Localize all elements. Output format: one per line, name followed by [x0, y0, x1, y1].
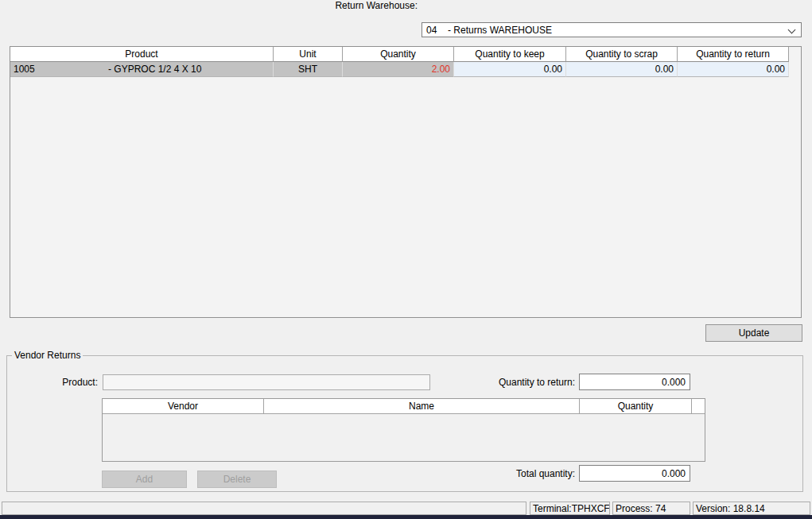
col-header-quantity-to-return[interactable]: Quantity to return — [678, 47, 789, 62]
status-bar: Terminal:TPHXCF Process: 74 Version: 18.… — [0, 501, 812, 516]
status-panel-empty — [2, 502, 526, 515]
vendor-table: Vendor Name Quantity — [102, 398, 705, 462]
col-header-quantity-to-scrap[interactable]: Quantity to scrap — [566, 47, 678, 62]
col-header-vendor-quantity[interactable]: Quantity — [580, 399, 692, 413]
status-version: Version: 18.8.14 — [693, 502, 810, 515]
return-warehouse-label: Return Warehouse: — [0, 0, 418, 11]
quantity-to-return-label: Quantity to return: — [453, 377, 575, 388]
product-description: - GYPROC 1/2 4 X 10 — [108, 64, 201, 75]
total-quantity-label: Total quantity: — [453, 468, 575, 479]
cell-quantity-to-scrap[interactable]: 0.00 — [566, 62, 678, 77]
return-warehouse-dropdown[interactable]: 04 - Returns WAREHOUSE — [422, 22, 802, 37]
warehouse-code: 04 — [426, 25, 448, 36]
cell-quantity-to-return[interactable]: 0.00 — [678, 62, 789, 77]
status-process: Process: 74 — [612, 502, 690, 515]
status-terminal: Terminal:TPHXCF — [530, 502, 610, 515]
window-bottom-edge — [0, 515, 812, 519]
vendor-returns-group: Vendor Returns Product: Quantity to retu… — [6, 355, 803, 492]
product-code: 1005 — [14, 64, 35, 75]
cell-unit[interactable]: SHT — [274, 62, 343, 77]
product-label: Product: — [7, 377, 98, 388]
cell-product[interactable]: 1005 - GYPROC 1/2 4 X 10 — [10, 62, 274, 77]
product-input[interactable] — [103, 374, 430, 390]
total-quantity-field: 0.000 — [579, 465, 690, 482]
warehouse-name: - Returns WAREHOUSE — [448, 25, 552, 36]
table-row[interactable]: 1005 - GYPROC 1/2 4 X 10 SHT 2.00 0.00 0… — [10, 62, 801, 77]
cell-quantity-to-keep[interactable]: 0.00 — [454, 62, 566, 77]
col-header-unit[interactable]: Unit — [274, 47, 343, 62]
col-header-quantity-to-keep[interactable]: Quantity to keep — [454, 47, 566, 62]
vendor-table-header: Vendor Name Quantity — [103, 399, 705, 414]
returns-grid: Product Unit Quantity Quantity to keep Q… — [10, 46, 802, 318]
vendor-returns-title: Vendor Returns — [12, 350, 83, 361]
add-button[interactable]: Add — [102, 471, 187, 488]
update-button[interactable]: Update — [705, 324, 802, 342]
col-header-vendor[interactable]: Vendor — [103, 399, 264, 413]
delete-button[interactable]: Delete — [197, 471, 277, 488]
cell-quantity[interactable]: 2.00 — [343, 62, 454, 77]
returns-grid-header: Product Unit Quantity Quantity to keep Q… — [10, 47, 801, 62]
col-header-name[interactable]: Name — [264, 399, 580, 413]
col-header-product[interactable]: Product — [10, 47, 274, 62]
col-header-quantity[interactable]: Quantity — [343, 47, 454, 62]
quantity-to-return-field[interactable]: 0.000 — [579, 374, 690, 390]
chevron-down-icon — [788, 26, 796, 34]
